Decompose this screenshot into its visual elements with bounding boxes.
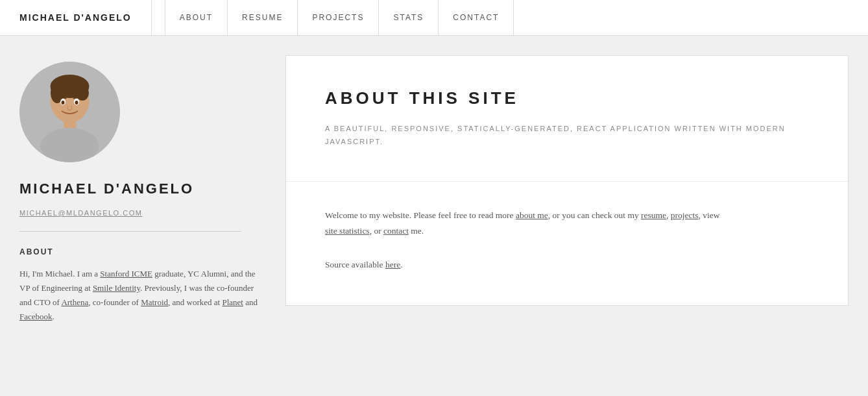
about-text-7: .	[53, 312, 54, 321]
body-text-2: , or you can check out my	[548, 210, 641, 220]
sidebar: MICHAEL D'ANGELO MICHAEL@MLDANGELO.COM A…	[19, 55, 266, 330]
nav-link-about[interactable]: ABOUT	[165, 0, 228, 35]
about-text-5: , and worked at	[168, 297, 222, 307]
page-body: MICHAEL D'ANGELO MICHAEL@MLDANGELO.COM A…	[0, 36, 868, 350]
svg-point-10	[75, 101, 78, 105]
planet-link[interactable]: Planet	[222, 297, 243, 307]
sidebar-about-text: Hi, I'm Michael. I am a Stanford ICME gr…	[19, 267, 266, 324]
contact-link[interactable]: contact	[383, 226, 409, 236]
main-content: ABOUT THIS SITE A BEAUTIFUL, RESPONSIVE,…	[285, 55, 849, 330]
resume-link[interactable]: resume	[641, 210, 666, 220]
about-me-link[interactable]: about me	[516, 210, 548, 220]
source-text-2: .	[400, 260, 402, 269]
svg-rect-5	[64, 119, 76, 128]
about-text-6: and	[243, 297, 258, 307]
sidebar-divider	[19, 231, 241, 232]
card-top: ABOUT THIS SITE A BEAUTIFUL, RESPONSIVE,…	[286, 56, 848, 182]
about-text-4: , co-founder of	[88, 297, 141, 307]
matroid-link[interactable]: Matroid	[141, 297, 168, 307]
about-text-1: Hi, I'm Michael. I am a	[19, 269, 100, 278]
arthena-link[interactable]: Arthena	[61, 297, 88, 307]
nav-link-contact[interactable]: CONTACT	[439, 0, 514, 35]
site-stats-link[interactable]: site statistics	[325, 226, 370, 236]
nav-link-resume[interactable]: RESUME	[228, 0, 298, 35]
nav-brand[interactable]: MICHAEL D'ANGELO	[0, 0, 152, 35]
nav-link-stats[interactable]: STATS	[379, 0, 439, 35]
sidebar-email[interactable]: MICHAEL@MLDANGELO.COM	[19, 209, 142, 217]
body-text-1: Welcome to my website. Please feel free …	[325, 210, 516, 220]
source-text-1: Source available	[325, 260, 385, 269]
nav-link-projects[interactable]: PROJECTS	[298, 0, 379, 35]
card-title: ABOUT THIS SITE	[325, 88, 809, 108]
projects-link[interactable]: projects	[671, 210, 699, 220]
card-bottom: Welcome to my website. Please feel free …	[286, 182, 848, 306]
card-body-paragraph: Welcome to my website. Please feel free …	[325, 208, 809, 240]
body-text-4: , view	[699, 210, 720, 220]
body-text-6: me.	[409, 226, 424, 236]
here-link[interactable]: here	[385, 260, 400, 269]
nav-links: ABOUT RESUME PROJECTS STATS CONTACT	[152, 0, 514, 35]
svg-point-9	[62, 101, 65, 105]
avatar	[19, 62, 120, 162]
facebook-link[interactable]: Facebook	[19, 312, 53, 321]
sidebar-about-title: ABOUT	[19, 247, 266, 256]
card-source-paragraph: Source available here.	[325, 257, 809, 273]
stanford-link[interactable]: Stanford ICME	[100, 269, 152, 278]
sidebar-name: MICHAEL D'ANGELO	[19, 180, 266, 197]
body-text-5: , or	[370, 226, 383, 236]
smile-link[interactable]: Smile Identity	[93, 283, 140, 293]
card-subtitle: A BEAUTIFUL, RESPONSIVE, STATICALLY-GENE…	[325, 123, 809, 149]
body-text-3: ,	[666, 210, 671, 220]
about-card: ABOUT THIS SITE A BEAUTIFUL, RESPONSIVE,…	[285, 55, 849, 306]
navigation: MICHAEL D'ANGELO ABOUT RESUME PROJECTS S…	[0, 0, 868, 36]
